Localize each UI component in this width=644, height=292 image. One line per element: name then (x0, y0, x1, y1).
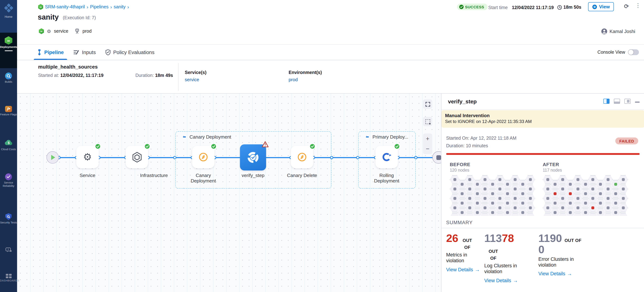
node-hexagon (580, 189, 590, 198)
summary-heading: SUMMARY (446, 220, 473, 225)
node-hexagon (510, 185, 520, 193)
node-hexagon (510, 204, 520, 212)
sidebar-item-label: Service Reliability (0, 181, 17, 188)
node-hexagon (502, 199, 512, 208)
sidebar-item-cloud-costs[interactable]: $ Cloud Costs (0, 139, 17, 163)
node-label: verify_step (231, 173, 275, 178)
breadcrumb-pipeline-link[interactable]: sanity (114, 4, 126, 9)
node-hexagon (566, 208, 575, 216)
view-details-link[interactable]: View Details→ (538, 271, 572, 277)
sidebar-item-security-tests[interactable]: Security Tests (0, 212, 17, 236)
node-hexagon (543, 204, 552, 212)
node-hexagon (618, 204, 628, 212)
node-hexagon (450, 175, 460, 184)
node-service[interactable]: ⚙ (76, 146, 99, 168)
environment-tag[interactable]: prod (82, 29, 92, 34)
split-view-icon[interactable] (603, 99, 610, 104)
canary-icon (198, 152, 208, 162)
tab-pipeline[interactable]: Pipeline (37, 45, 64, 60)
started-on: Started On: Apr 12, 2022 11:18 AM (446, 136, 516, 141)
start-time-label: Start time (488, 5, 508, 10)
collapse-icon[interactable] (182, 135, 186, 139)
node-hexagon (518, 180, 528, 189)
node-hexagon (450, 194, 460, 203)
node-hexagon (610, 208, 620, 216)
node-verify-step[interactable] (240, 144, 266, 171)
cd-module-icon: ∞ (39, 28, 44, 34)
pipeline-start-node (46, 151, 59, 164)
minimize-icon[interactable] (635, 102, 640, 103)
kebab-menu-icon[interactable]: ⋮ (635, 2, 641, 9)
node-hexagon (465, 194, 475, 203)
node-hexagon (610, 180, 620, 189)
tab-inputs[interactable]: Inputs (73, 45, 96, 60)
node-hexagon (580, 199, 590, 208)
node-canary-delete[interactable] (291, 146, 313, 168)
node-hexagon (488, 189, 497, 198)
node-canary-deployment[interactable] (192, 146, 214, 168)
refresh-icon[interactable]: ⟳ (624, 3, 629, 10)
sidebar-item-help[interactable]: ? (0, 247, 17, 262)
node-hexagon (603, 185, 613, 193)
panel-header: verify_step (442, 94, 644, 110)
check-circle-icon (459, 5, 464, 9)
before-node-count: 120 nodes (450, 168, 469, 172)
sidebar-item-builds[interactable]: Builds (0, 71, 17, 94)
before-label: BEFORE (450, 162, 470, 167)
panel-title: verify_step (448, 98, 477, 104)
summary-label: Log Clusters in violation (484, 263, 527, 275)
node-hexagon (603, 204, 613, 212)
node-hexagon (495, 204, 505, 212)
deployments-icon: ∞ (5, 36, 12, 45)
sidebar-item-feature-flags[interactable]: Feature Flags (0, 104, 17, 129)
node-hexagon (588, 194, 598, 203)
tab-policy-evaluations[interactable]: Policy Evaluations (105, 45, 154, 60)
node-hexagon (558, 204, 568, 212)
zoom-in-button[interactable]: + (426, 136, 430, 142)
marquee-icon (425, 119, 430, 124)
node-hexagon (518, 208, 528, 216)
sidebar-item-service-reliability[interactable]: Service Reliability (0, 172, 17, 202)
node-hexagon (603, 175, 613, 184)
chevron-right-icon: › (87, 4, 88, 9)
sidebar-item-home[interactable]: Home (0, 0, 17, 33)
stop-icon (436, 155, 441, 160)
node-rolling-deployment[interactable] (375, 146, 398, 168)
node-hexagon (580, 180, 590, 189)
service-link[interactable]: service (185, 77, 206, 82)
bottom-view-icon[interactable] (614, 99, 620, 104)
breadcrumb-project-link[interactable]: SRM-sanity-4thapril (45, 4, 85, 9)
node-hexagon (488, 208, 497, 216)
node-label: Canary Deployment (189, 173, 218, 184)
zoom-out-button[interactable]: − (426, 146, 430, 152)
node-hexagon (588, 185, 598, 193)
node-hexagon (502, 180, 512, 189)
node-hexagon (573, 175, 583, 184)
console-view-toggle[interactable] (628, 49, 639, 55)
banner-message: Set to IGNORE on 12-Apr-2022 11:35:33 AM (445, 119, 641, 124)
view-details-link[interactable]: View Details→ (446, 267, 480, 272)
node-hexagon (618, 185, 628, 193)
node-hexagon (596, 180, 605, 189)
environment-link[interactable]: prod (288, 77, 322, 82)
marquee-select-button[interactable] (423, 117, 432, 126)
node-infrastructure[interactable] (126, 146, 148, 168)
fullscreen-button[interactable] (423, 99, 432, 109)
service-tag[interactable]: service (54, 29, 68, 34)
step-duration: Duration: 10 minutes (446, 143, 488, 148)
view-button[interactable]: View (588, 2, 614, 11)
node-hexagon (480, 194, 490, 203)
view-details-link[interactable]: View Details→ (484, 278, 518, 283)
stage-environments: Environment(s) prod (288, 69, 322, 82)
group-label-canary: Canary Deployment (182, 134, 231, 140)
sidebar-item-label: Cloud Costs (0, 148, 17, 151)
success-badge-icon (310, 144, 315, 149)
start-time-value: 12/04/2022 11:17:19 (512, 5, 554, 10)
collapse-icon[interactable] (365, 135, 370, 139)
breadcrumb-pipelines-link[interactable]: Pipelines (90, 4, 108, 9)
sidebar-item-label: Home (0, 15, 17, 18)
sidebar-item-deployments[interactable]: ∞ Deployments (0, 33, 17, 68)
floating-view-icon[interactable] (624, 99, 630, 104)
sidebar: Home ∞ Deployments Builds Feature Flags (0, 0, 17, 292)
sidebar-item-dashboards[interactable]: DASHBOARDS (0, 271, 17, 290)
